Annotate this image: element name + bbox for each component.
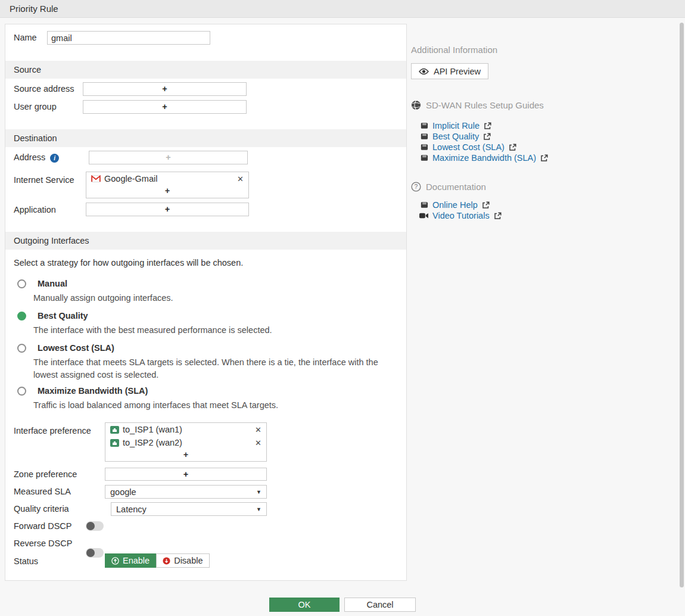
strategy-desc-manual: Manually assign outgoing interfaces.	[33, 292, 391, 304]
forward-dscp-toggle[interactable]	[86, 521, 104, 531]
radio-icon[interactable]	[17, 279, 26, 288]
interface-preference-label: Interface preference	[14, 426, 91, 435]
chevron-down-icon: ▼	[256, 489, 261, 495]
ok-button[interactable]: OK	[269, 598, 340, 612]
external-link-icon	[484, 122, 491, 130]
strategy-option-manual[interactable]: Manual	[17, 278, 67, 288]
measured-sla-value: google	[110, 487, 136, 497]
doc-link-online-help: Online Help	[421, 200, 490, 210]
external-link-icon	[540, 154, 548, 162]
book-icon	[421, 201, 428, 209]
additional-information-title: Additional Information	[411, 45, 497, 55]
radio-icon[interactable]	[17, 344, 26, 353]
strategy-desc-best-quality: The interface with the best measured per…	[33, 324, 391, 337]
gmail-icon	[91, 175, 101, 182]
guide-link-best-quality: Best Quality	[421, 131, 491, 142]
remove-icon[interactable]: ✕	[255, 425, 261, 434]
measured-sla-label: Measured SLA	[14, 487, 71, 496]
zone-preference-label: Zone preference	[14, 469, 77, 479]
forward-dscp-label: Forward DSCP	[14, 521, 72, 531]
user-group-add-button[interactable]: +	[83, 100, 247, 114]
book-icon	[421, 144, 428, 151]
cancel-button[interactable]: Cancel	[344, 598, 416, 612]
internet-service-label: Internet Service	[14, 175, 74, 185]
measured-sla-select[interactable]: google ▼	[105, 485, 267, 499]
strategy-option-best-quality[interactable]: Best Quality	[17, 310, 88, 321]
circle-down-arrow-icon	[163, 557, 170, 565]
interface-item: to_ISP2 (wan2) ✕	[105, 436, 266, 449]
external-link-icon	[494, 212, 502, 220]
source-address-label: Source address	[14, 84, 74, 94]
user-group-label: User group	[14, 102, 57, 111]
plus-icon: +	[165, 204, 170, 214]
application-label: Application	[14, 205, 56, 214]
plus-icon: +	[162, 84, 167, 94]
quality-criteria-label: Quality criteria	[14, 504, 69, 514]
port-icon	[110, 439, 119, 447]
zone-preference-add-button[interactable]: +	[105, 468, 267, 481]
reverse-dscp-label: Reverse DSCP	[14, 539, 72, 548]
toggle-knob	[86, 549, 95, 557]
toggle-knob	[86, 522, 95, 530]
book-icon	[421, 122, 428, 129]
name-label: Name	[14, 33, 37, 42]
plus-icon: +	[165, 186, 170, 195]
internet-service-add-button[interactable]: +	[86, 185, 248, 197]
section-header-outgoing-interfaces: Outgoing Interfaces	[5, 232, 406, 250]
chevron-down-icon: ▼	[256, 506, 261, 512]
page-title: Priority Rule	[10, 4, 58, 14]
plus-icon: +	[162, 102, 167, 111]
external-link-icon	[482, 201, 490, 209]
plus-icon: +	[166, 153, 170, 162]
doc-link-video-tutorials: Video Tutorials	[419, 210, 502, 221]
plus-icon: +	[183, 450, 188, 459]
interface-name: to_ISP2 (wan2)	[123, 438, 182, 447]
question-icon: ?	[411, 182, 421, 192]
svg-text:?: ?	[415, 183, 418, 190]
status-label: Status	[14, 556, 38, 566]
api-preview-button[interactable]: API Preview	[411, 63, 488, 79]
interface-item: to_ISP1 (wan1) ✕	[105, 423, 266, 436]
strategy-option-lowest-cost[interactable]: Lowest Cost (SLA)	[17, 343, 114, 353]
internet-service-item: Google-Gmail ✕	[86, 172, 248, 185]
reverse-dscp-toggle[interactable]	[86, 548, 104, 558]
titlebar: Priority Rule	[0, 0, 685, 18]
documentation-title: ? Documentation	[411, 182, 486, 192]
interface-name: to_ISP1 (wan1)	[123, 425, 182, 434]
address-add-button[interactable]: +	[89, 151, 248, 164]
external-link-icon	[483, 133, 491, 141]
strategy-desc-maximize-bandwidth: Traffic is load balanced among interface…	[33, 399, 391, 412]
book-icon	[421, 154, 428, 161]
quality-criteria-select[interactable]: Latency ▼	[111, 502, 267, 516]
status-enable-button[interactable]: Enable	[105, 553, 156, 568]
application-add-button[interactable]: +	[86, 203, 249, 216]
sdwan-guides-title: SD-WAN Rules Setup Guides	[411, 100, 544, 110]
source-address-add-button[interactable]: +	[83, 82, 247, 96]
guide-link-lowest-cost: Lowest Cost (SLA)	[421, 142, 516, 153]
status-segmented-control: Enable Disable	[105, 553, 210, 568]
strategy-option-maximize-bandwidth[interactable]: Maximize Bandwidth (SLA)	[17, 385, 148, 396]
vertical-scrollbar[interactable]	[680, 23, 684, 587]
remove-icon[interactable]: ✕	[237, 175, 244, 183]
port-icon	[110, 426, 119, 434]
book-icon	[421, 133, 428, 140]
section-header-source: Source	[5, 61, 406, 79]
radio-icon-selected[interactable]	[17, 312, 26, 321]
strategy-hint: Select a strategy for how outgoing inter…	[14, 258, 243, 267]
guide-link-implicit-rule: Implicit Rule	[421, 120, 491, 131]
video-camera-icon	[419, 213, 428, 219]
status-disable-button[interactable]: Disable	[156, 553, 209, 568]
globe-icon	[411, 100, 421, 110]
eye-icon	[419, 68, 429, 75]
interface-preference-add-button[interactable]: +	[105, 449, 266, 461]
external-link-icon	[509, 144, 516, 151]
guide-link-maximize-bandwidth: Maximize Bandwidth (SLA)	[421, 153, 548, 163]
section-header-destination: Destination	[5, 129, 406, 147]
info-icon[interactable]: i	[50, 154, 59, 163]
name-input[interactable]	[47, 31, 210, 45]
internet-service-box: Google-Gmail ✕ +	[86, 172, 249, 198]
interface-preference-box: to_ISP1 (wan1) ✕ to_ISP2 (wan2) ✕ +	[105, 422, 267, 462]
plus-icon: +	[183, 469, 188, 479]
radio-icon[interactable]	[17, 387, 26, 396]
remove-icon[interactable]: ✕	[255, 438, 261, 447]
